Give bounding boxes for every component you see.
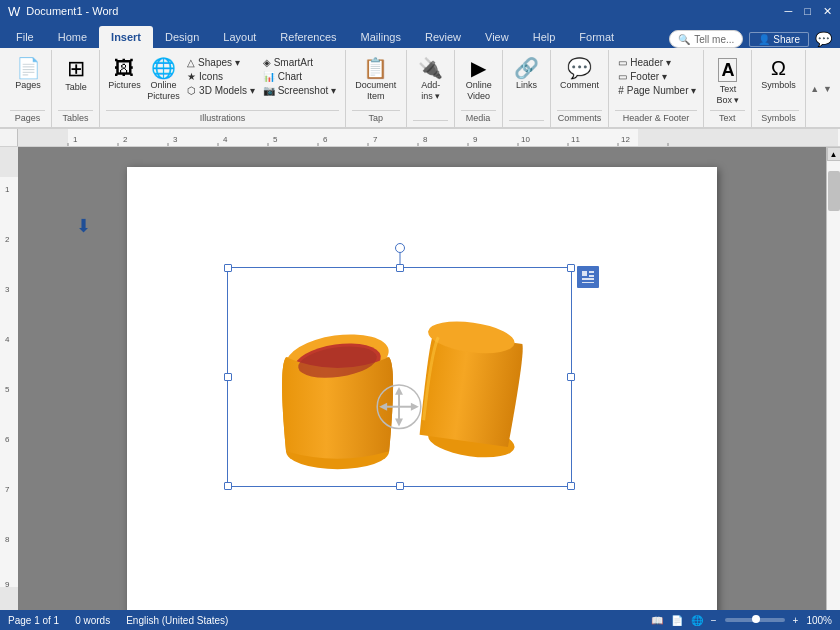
tab-mailings[interactable]: Mailings [349,26,413,48]
handle-middle-right[interactable] [567,373,575,381]
pages-icon: 📄 [16,58,41,78]
comments-group-label: Comments [557,110,603,125]
svg-text:3: 3 [173,135,178,144]
svg-text:7: 7 [373,135,378,144]
symbols-button[interactable]: Ω Symbols [758,56,799,93]
table-button[interactable]: ⊞ Table [58,56,94,95]
scrollbar-vertical[interactable]: ▲ ▼ [826,147,840,630]
ribbon-group-comments: 💬 Comment Comments [551,50,610,127]
handle-top-right[interactable] [567,264,575,272]
header-button[interactable]: ▭ Header ▾ [615,56,674,69]
svg-text:1: 1 [5,185,10,194]
tab-layout[interactable]: Layout [211,26,268,48]
search-box[interactable]: 🔍 Tell me... [669,30,743,48]
zoom-level: 100% [806,615,832,626]
layout-icon[interactable] [577,266,599,288]
handle-middle-left[interactable] [224,373,232,381]
search-placeholder: Tell me... [694,34,734,45]
svg-text:7: 7 [5,485,10,494]
rotate-handle[interactable] [395,243,405,253]
tab-design[interactable]: Design [153,26,211,48]
comment-icon[interactable]: 💬 [815,31,832,47]
handle-top-left[interactable] [224,264,232,272]
textbox-button[interactable]: A TextBox ▾ [710,56,746,108]
smartart-button[interactable]: ◈ SmartArt [260,56,339,69]
scroll-up-button[interactable]: ▲ [827,147,841,161]
tab-file[interactable]: File [4,26,46,48]
ribbon-group-symbols: Ω Symbols Symbols [752,50,806,127]
3d-models-button[interactable]: ⬡ 3D Models ▾ [184,84,258,97]
add-ins-icon: 🔌 [418,58,443,78]
scroll-track[interactable] [827,161,841,616]
content-row: 1 2 3 4 5 6 7 8 9 ⬇ [0,147,840,630]
svg-text:11: 11 [571,135,580,144]
document-scroll-area[interactable]: ⬇ [18,147,826,630]
view-print-button[interactable]: 📄 [671,615,683,626]
footer-label: Footer ▾ [630,71,667,82]
view-web-button[interactable]: 🌐 [691,615,703,626]
tab-view[interactable]: View [473,26,521,48]
maximize-button[interactable]: □ [804,5,811,18]
document-item-button[interactable]: 📋 DocumentItem [352,56,400,104]
screenshot-button[interactable]: 📷 Screenshot ▾ [260,84,339,97]
add-ins-label: Add-ins ▾ [421,80,440,102]
ruler-v-svg: 1 2 3 4 5 6 7 8 9 [0,147,18,630]
close-button[interactable]: ✕ [823,5,832,18]
zoom-slider[interactable] [725,618,785,622]
minimize-button[interactable]: ─ [785,5,793,18]
chart-button[interactable]: 📊 Chart [260,70,339,83]
share-icon: 👤 [758,34,770,45]
ribbon-scroll-down[interactable]: ▼ [821,82,834,96]
handle-bottom-left[interactable] [224,482,232,490]
pages-button[interactable]: 📄 Pages [10,56,46,93]
page-number-button[interactable]: # Page Number ▾ [615,84,699,97]
handle-bottom-center[interactable] [396,482,404,490]
tab-review[interactable]: Review [413,26,473,48]
online-video-icon: ▶ [471,58,486,78]
pages-group-label: Pages [10,110,45,125]
ribbon-group-pages: 📄 Pages Pages [4,50,52,127]
handle-top-center[interactable] [396,264,404,272]
tab-bar: File Home Insert Design Layout Reference… [0,22,840,48]
table-icon: ⊞ [67,58,85,80]
tab-format[interactable]: Format [567,26,626,48]
comment-button[interactable]: 💬 Comment [557,56,603,93]
tab-help[interactable]: Help [521,26,568,48]
move-cursor-indicator: ⬇ [76,215,91,237]
pictures-button[interactable]: 🖼 Pictures [106,56,143,93]
online-video-button[interactable]: ▶ OnlineVideo [461,56,497,104]
ribbon-group-text: A TextBox ▾ Text [704,50,752,127]
ribbon: File Home Insert Design Layout Reference… [0,22,840,129]
online-pictures-icon: 🌐 [151,58,176,78]
illustrations-group-label: Illustrations [106,110,339,125]
comment-icon2: 💬 [567,58,592,78]
zoom-out-button[interactable]: − [711,615,717,626]
page-number-icon: # [618,85,624,96]
add-ins-button[interactable]: 🔌 Add-ins ▾ [413,56,449,104]
tab-home[interactable]: Home [46,26,99,48]
share-button[interactable]: 👤 Share [749,32,809,47]
online-pictures-label: OnlinePictures [147,80,180,102]
svg-text:6: 6 [5,435,10,444]
handle-bottom-right[interactable] [567,482,575,490]
view-read-button[interactable]: 📖 [651,615,663,626]
ribbon-scroll-up[interactable]: ▲ [808,82,821,96]
tab-references[interactable]: References [268,26,348,48]
screenshot-label: Screenshot ▾ [278,85,336,96]
zoom-in-button[interactable]: + [793,615,799,626]
scroll-thumb[interactable] [828,171,840,211]
layout-svg [581,270,595,284]
shapes-button[interactable]: △ Shapes ▾ [184,56,258,69]
tab-insert[interactable]: Insert [99,26,153,48]
3d-image-container[interactable] [227,267,572,487]
tables-group-label: Tables [58,110,93,125]
svg-text:9: 9 [5,580,10,589]
icons-button[interactable]: ★ Icons [184,70,258,83]
online-pictures-button[interactable]: 🌐 OnlinePictures [145,56,182,104]
ribbon-group-links: 🔗 Links [503,50,551,127]
3d-objects-svg [228,268,571,486]
svg-text:5: 5 [5,385,10,394]
footer-button[interactable]: ▭ Footer ▾ [615,70,670,83]
links-button[interactable]: 🔗 Links [509,56,545,93]
svg-rect-42 [589,275,594,277]
